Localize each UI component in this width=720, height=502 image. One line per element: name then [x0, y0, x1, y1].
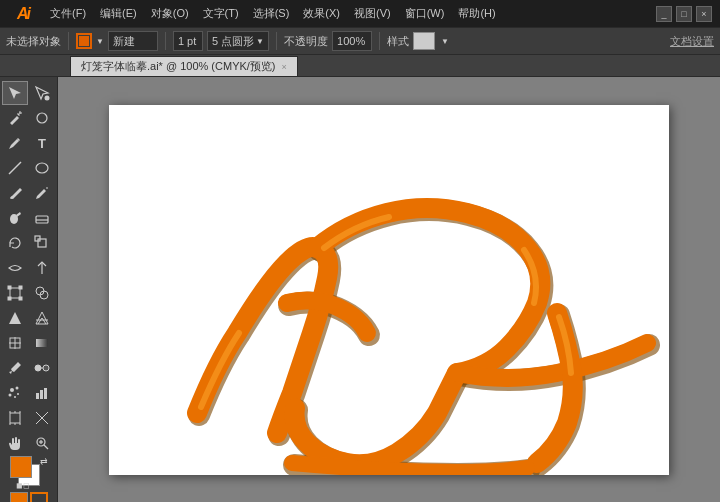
- svg-point-27: [35, 365, 41, 371]
- rotate-tool[interactable]: [2, 231, 28, 255]
- svg-line-4: [9, 162, 21, 174]
- paintbrush-tool[interactable]: [2, 181, 28, 205]
- svg-rect-16: [19, 297, 22, 300]
- style-dropdown-arrow[interactable]: ▼: [441, 37, 449, 46]
- menu-type[interactable]: 文字(T): [197, 4, 245, 23]
- svg-rect-13: [8, 286, 11, 289]
- menu-window[interactable]: 窗口(W): [399, 4, 451, 23]
- window-maximize[interactable]: □: [676, 6, 692, 22]
- gradient-tool[interactable]: [29, 331, 55, 355]
- app-logo: Ai: [8, 0, 38, 27]
- svg-point-3: [37, 113, 47, 123]
- fill-indicator[interactable]: [10, 492, 28, 502]
- reset-colors-btn[interactable]: ◼◻: [16, 481, 30, 490]
- fill-stroke-row: [10, 492, 48, 502]
- opacity-label: 不透明度: [284, 34, 328, 49]
- blob-brush-tool[interactable]: [2, 206, 28, 230]
- toolbar-separator-1: [68, 32, 69, 50]
- mesh-tool[interactable]: [2, 331, 28, 355]
- direct-selection-tool[interactable]: [29, 81, 55, 105]
- foreground-color[interactable]: [10, 456, 32, 478]
- line-tool[interactable]: [2, 156, 28, 180]
- svg-rect-26: [36, 339, 48, 347]
- stroke-weight-box[interactable]: 1 pt: [173, 31, 203, 51]
- stroke-indicator[interactable]: [30, 492, 48, 502]
- canvas-area[interactable]: [58, 77, 720, 502]
- magic-wand-tool[interactable]: [2, 106, 28, 130]
- selection-label: 未选择对象: [6, 34, 61, 49]
- scale-tool[interactable]: [29, 231, 55, 255]
- zoom-tool[interactable]: [29, 431, 55, 455]
- svg-point-32: [9, 394, 12, 397]
- svg-rect-37: [44, 388, 47, 399]
- svg-line-46: [44, 445, 48, 449]
- properties-toolbar: 未选择对象 ▼ 新建 1 pt 5 点圆形▼ 不透明度 100% 样式 ▼ 文档…: [0, 27, 720, 55]
- stroke-name-box[interactable]: 新建: [108, 31, 158, 51]
- style-preview[interactable]: [413, 32, 435, 50]
- svg-rect-35: [36, 393, 39, 399]
- tab-close-btn[interactable]: ×: [282, 62, 287, 72]
- svg-marker-19: [9, 312, 21, 324]
- doc-settings-label[interactable]: 文档设置: [670, 34, 714, 49]
- menu-bar: 文件(F) 编辑(E) 对象(O) 文字(T) 选择(S) 效果(X) 视图(V…: [44, 4, 650, 23]
- toolbar-separator-2: [165, 32, 166, 50]
- menu-select[interactable]: 选择(S): [247, 4, 296, 23]
- menu-help[interactable]: 帮助(H): [452, 4, 501, 23]
- warp-tool[interactable]: [2, 256, 28, 280]
- toolbox: T: [0, 77, 58, 502]
- menu-file[interactable]: 文件(F): [44, 4, 92, 23]
- artboard: [109, 105, 669, 475]
- color-boxes: ⇄ ◼◻: [10, 456, 48, 490]
- svg-point-0: [45, 96, 50, 101]
- symbol-sprayer-tool[interactable]: [2, 381, 28, 405]
- artwork: [109, 105, 669, 475]
- ellipse-tool[interactable]: [29, 156, 55, 180]
- svg-rect-9: [38, 239, 46, 247]
- document-tab[interactable]: 灯笼字体临摹.ai* @ 100% (CMYK/预览) ×: [70, 56, 298, 76]
- selection-tool[interactable]: [2, 81, 28, 105]
- svg-point-33: [17, 393, 19, 395]
- svg-rect-15: [8, 297, 11, 300]
- svg-rect-38: [10, 413, 20, 423]
- swap-colors-btn[interactable]: ⇄: [40, 456, 48, 466]
- eyedropper-tool[interactable]: [2, 356, 28, 380]
- hand-tool[interactable]: [2, 431, 28, 455]
- eraser-tool[interactable]: [29, 206, 55, 230]
- svg-point-34: [14, 396, 16, 398]
- width-tool[interactable]: [29, 256, 55, 280]
- color-section: ⇄ ◼◻ ▣ ⬛: [10, 456, 48, 502]
- svg-rect-36: [40, 390, 43, 399]
- stroke-profile-dropdown[interactable]: 5 点圆形▼: [207, 31, 269, 51]
- svg-point-5: [36, 163, 48, 173]
- lasso-tool[interactable]: [29, 106, 55, 130]
- menu-effect[interactable]: 效果(X): [297, 4, 346, 23]
- menu-view[interactable]: 视图(V): [348, 4, 397, 23]
- shape-builder-tool[interactable]: [29, 281, 55, 305]
- live-paint-tool[interactable]: [2, 306, 28, 330]
- window-minimize[interactable]: _: [656, 6, 672, 22]
- menu-object[interactable]: 对象(O): [145, 4, 195, 23]
- opacity-value-box[interactable]: 100%: [332, 31, 372, 51]
- menu-edit[interactable]: 编辑(E): [94, 4, 143, 23]
- toolbar-separator-3: [276, 32, 277, 50]
- slice-tool[interactable]: [29, 406, 55, 430]
- svg-point-31: [16, 387, 19, 390]
- svg-point-28: [43, 365, 49, 371]
- pencil-tool[interactable]: [29, 181, 55, 205]
- stroke-dropdown-arrow[interactable]: ▼: [96, 37, 104, 46]
- svg-point-30: [10, 388, 14, 392]
- pen-tool[interactable]: [2, 131, 28, 155]
- tab-label: 灯笼字体临摹.ai* @ 100% (CMYK/预览): [81, 59, 276, 74]
- artboard-tool[interactable]: [2, 406, 28, 430]
- style-label: 样式: [387, 34, 409, 49]
- type-tool[interactable]: T: [29, 131, 55, 155]
- toolbar-separator-4: [379, 32, 380, 50]
- window-close[interactable]: ×: [696, 6, 712, 22]
- perspective-tool[interactable]: [29, 306, 55, 330]
- tab-bar: 灯笼字体临摹.ai* @ 100% (CMYK/预览) ×: [0, 55, 720, 77]
- graph-tool[interactable]: [29, 381, 55, 405]
- free-transform-tool[interactable]: [2, 281, 28, 305]
- blend-tool[interactable]: [29, 356, 55, 380]
- stroke-color-btn[interactable]: [76, 33, 92, 49]
- main-area: T: [0, 77, 720, 502]
